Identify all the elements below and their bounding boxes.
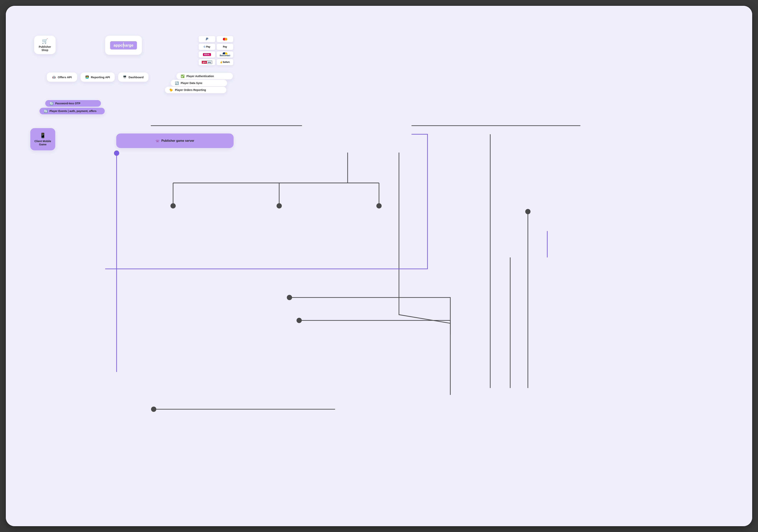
svg-point-1	[151, 407, 156, 412]
pill-player-events: 🔄 Player Events | auth, payment, offers	[40, 108, 105, 114]
applepay-label: Pay	[223, 46, 227, 48]
gpay-icon: G	[204, 46, 205, 48]
robot-icon: 🤖	[52, 75, 56, 79]
diagram-canvas: 🛒 Publisher Shop appcharge 🤖 Offers API …	[5, 5, 753, 527]
bird-icon: 🐤	[169, 88, 173, 92]
monitor-icon: 🖥️	[123, 75, 126, 79]
otp-label: Password-less OTP	[55, 102, 80, 105]
player-orders-label: Player Orders Reporting	[175, 88, 206, 91]
space-invader-icon: 👾	[155, 139, 159, 143]
pill-player-authentication: ✅ Player Authentication	[176, 73, 233, 80]
svg-point-2	[287, 295, 292, 300]
payment-paypal: P	[199, 36, 215, 42]
giropay-icon: giropay	[202, 61, 212, 64]
cart-icon: 🛒	[42, 38, 48, 44]
sync-icon: 🔄	[175, 81, 179, 85]
svg-point-5	[277, 204, 282, 208]
payment-mastercard	[217, 36, 233, 42]
node-offers-api: 🤖 Offers API	[47, 73, 77, 82]
publisher-shop-label: Publisher Shop	[39, 45, 51, 51]
offers-api-label: Offers API	[58, 76, 72, 79]
pill-player-data-sync: 🔄 Player Data Sync	[171, 80, 227, 86]
svg-point-7	[114, 151, 119, 155]
bancontact-label: Bancontact	[220, 54, 230, 56]
phone-icon: 📱	[40, 133, 46, 139]
mastercard-icon	[223, 38, 227, 41]
svg-point-4	[171, 204, 175, 208]
player-auth-label: Player Authentication	[187, 75, 214, 78]
player-sync-label: Player Data Sync	[181, 82, 203, 84]
node-appcharge-hub: appcharge	[105, 36, 142, 55]
check-icon: ✅	[181, 74, 185, 78]
node-publisher-game-server: 👾 Publisher game server	[116, 133, 234, 148]
svg-point-3	[297, 318, 301, 323]
sofort-label: ✌Sofort.	[220, 61, 230, 63]
payment-bancontact: Bancontact	[217, 51, 233, 57]
appcharge-logo: appcharge	[110, 41, 137, 50]
node-dashboard: 🖥️ Dashboard	[118, 73, 149, 82]
player-events-label: Player Events | auth, payment, offers	[50, 110, 96, 113]
payment-sofort: ✌Sofort.	[217, 59, 233, 65]
node-reporting-api: 👨‍💻 Reporting API	[81, 73, 115, 82]
developer-icon: 👨‍💻	[86, 75, 89, 79]
sync-icon: 🔄	[44, 109, 48, 113]
node-publisher-shop: 🛒 Publisher Shop	[34, 36, 55, 54]
payment-applepay: Pay	[217, 44, 233, 50]
paypal-icon: P	[206, 37, 208, 41]
client-game-label: Client Mobile Game	[34, 140, 51, 146]
game-server-label: Publisher game server	[161, 139, 194, 143]
svg-point-0	[526, 209, 530, 214]
node-client-mobile-game: 📱 Client Mobile Game	[30, 128, 55, 150]
payment-giropay: giropay	[199, 59, 215, 65]
svg-point-6	[377, 204, 381, 208]
pill-player-orders-reporting: 🐤 Player Orders Reporting	[165, 87, 226, 93]
connection-wires	[5, 5, 753, 527]
payment-gpay: G G PayPay	[199, 44, 215, 50]
dashboard-label: Dashboard	[128, 76, 144, 79]
sync-icon: 🔄	[50, 102, 53, 105]
diagram-frame: 🛒 Publisher Shop appcharge 🤖 Offers API …	[5, 5, 753, 527]
reporting-api-label: Reporting API	[91, 76, 110, 79]
payment-methods-grid: P G G PayPay Pay iDEAL Bancontact giropa…	[199, 36, 233, 65]
pill-password-less-otp: 🔄 Password-less OTP	[45, 100, 101, 107]
ideal-icon: iDEAL	[203, 53, 211, 56]
payment-ideal: iDEAL	[199, 51, 215, 57]
bancontact-icon: Bancontact	[220, 52, 230, 56]
